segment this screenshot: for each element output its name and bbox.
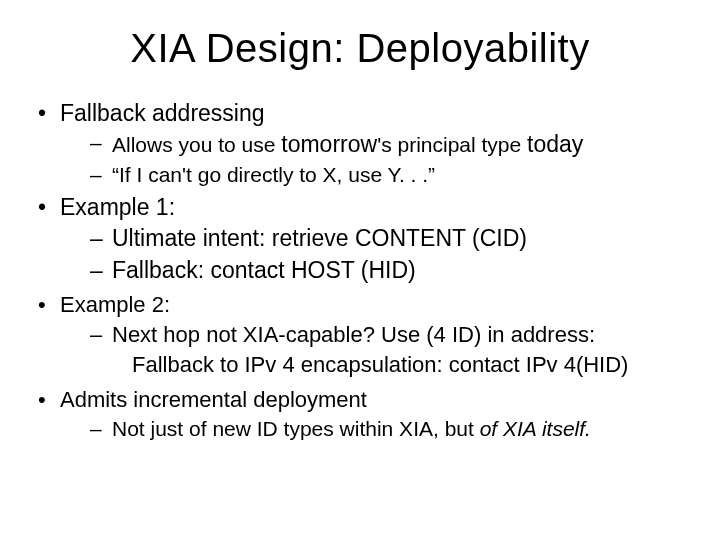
sub-not-just: Not just of new ID types within XIA, but… [60,416,690,443]
sub-next-hop-line2: Fallback to IPv 4 encapsulation: contact… [132,351,690,380]
slide: XIA Design: Deployability Fallback addre… [0,0,720,540]
sub-quote: “If I can't go directly to X, use Y. . .… [60,162,690,189]
bullet-example1: Example 1: Ultimate intent: retrieve CON… [30,193,690,285]
sub-fallback-host: Fallback: contact HOST (HID) [60,256,690,285]
bullet-example2-label: Example 2: [60,292,170,317]
bullet-example1-label: Example 1: [60,194,175,220]
slide-title: XIA Design: Deployability [30,26,690,71]
sub-ultimate: Ultimate intent: retrieve CONTENT (CID) [60,224,690,253]
bullet-admits-label: Admits incremental deployment [60,387,367,412]
bullet-fallback-sub: Allows you to use tomorrow's principal t… [60,130,690,188]
bullet-example2-sub: Next hop not XIA-capable? Use (4 ID) in … [60,321,690,349]
bullet-fallback-label: Fallback addressing [60,100,265,126]
bullet-fallback: Fallback addressing Allows you to use to… [30,99,690,189]
bullet-admits: Admits incremental deployment Not just o… [30,386,690,443]
bullet-example2: Example 2: Next hop not XIA-capable? Use… [30,291,690,380]
bullet-example1-sub: Ultimate intent: retrieve CONTENT (CID) … [60,224,690,285]
sub-next-hop: Next hop not XIA-capable? Use (4 ID) in … [60,321,690,349]
bullet-list: Fallback addressing Allows you to use to… [30,99,690,443]
bullet-admits-sub: Not just of new ID types within XIA, but… [60,416,690,443]
sub-allows: Allows you to use tomorrow's principal t… [60,130,690,159]
